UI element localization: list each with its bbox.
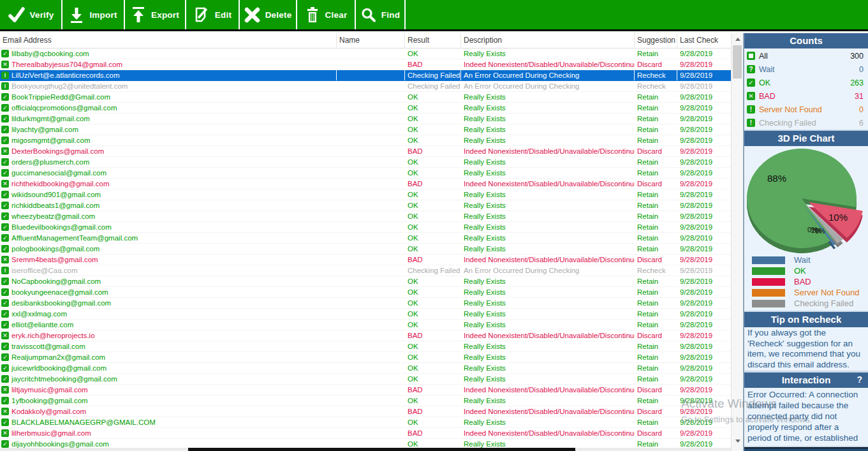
cross-status-icon: ✕ — [1, 408, 9, 415]
edit-button[interactable]: Edit — [186, 0, 240, 29]
horizontal-scrollbar[interactable] — [0, 448, 731, 451]
check-status-icon: ✓ — [1, 223, 9, 231]
toolbar: Verify Import Export Edit Delete Clear F… — [0, 0, 868, 31]
table-row[interactable]: ✓officialqcpromotions@gmail.comOKReally … — [0, 103, 731, 114]
verify-button[interactable]: Verify — [0, 0, 63, 29]
column-header-description[interactable]: Description — [461, 33, 635, 48]
email-address: iseroffice@Caa.com — [11, 265, 78, 276]
table-row[interactable]: ✓jaycritchtmebooking@gmail.comOKReally E… — [0, 374, 731, 385]
table-row[interactable]: ✓juicewrldbooking@gmail.comOKReally Exis… — [0, 363, 731, 374]
cross-status-icon: ✕ — [1, 147, 9, 155]
table-row[interactable]: ✕lilherbmusic@gmail.comBADIndeed Nonexis… — [0, 428, 731, 439]
table-row[interactable]: !Bookyoungthug2@unitedtalent.comChecking… — [0, 81, 731, 92]
table-row[interactable]: ✓BLACKLABELMANAGEGRP@GMAIL.COMOKReally E… — [0, 417, 731, 428]
interaction-title: Interaction — [782, 374, 831, 385]
count-row[interactable]: ✕BAD31 — [744, 89, 868, 103]
lastcheck-cell: 9/28/2019 — [677, 298, 731, 308]
clear-button[interactable]: Clear — [297, 0, 356, 29]
import-button[interactable]: Import — [63, 0, 125, 29]
suggestion-cell: Discard — [635, 406, 677, 417]
find-button[interactable]: Find — [356, 0, 406, 29]
column-header-suggestion[interactable]: Suggestion — [635, 33, 677, 48]
table-row[interactable]: ✕richthekidbooking@gmail.comBADIndeed No… — [0, 179, 731, 189]
table-row[interactable]: ✓lilbaby@qcbooking.comOKReally ExistsRet… — [0, 48, 731, 59]
table-row[interactable]: ✓wheezybeatz@gmail.comOKReally ExistsRet… — [0, 211, 731, 222]
scroll-down-arrow-icon[interactable] — [732, 436, 744, 446]
suggestion-cell: Retain — [635, 211, 677, 221]
count-row[interactable]: !Checking Failed6 — [744, 116, 868, 129]
description-cell: An Error Occurred During Checking — [461, 70, 635, 80]
table-row[interactable]: !LilUziVert@e.atlanticrecords.comCheckin… — [0, 70, 731, 81]
table-row[interactable]: ✓lildurkmgmt@gmail.comOKReally ExistsRet… — [0, 114, 731, 124]
table-row[interactable]: ✓pologbookings@gmail.comOKReally ExistsR… — [0, 244, 731, 255]
table-row[interactable]: ✓migosmgmt@gmail.comOKReally ExistsRetai… — [0, 135, 731, 146]
cross-status-icon: ✕ — [1, 256, 9, 263]
table-row[interactable]: ✓Bluedevilbookings@gmail.comOKReally Exi… — [0, 222, 731, 233]
column-header-result[interactable]: Result — [405, 33, 461, 48]
email-address: lilherbmusic@gmail.com — [11, 428, 91, 438]
table-row[interactable]: ✓xxl@xxlmag.comOKReally ExistsRetain9/28… — [0, 309, 731, 320]
pie-label-bad: 10% — [828, 212, 848, 223]
email-cell: ✓BLACKLABELMANAGEGRP@GMAIL.COM — [0, 417, 337, 427]
scroll-up-arrow-icon[interactable] — [732, 34, 744, 44]
result-cell: BAD — [405, 146, 461, 156]
table-row[interactable]: ✓orders@plusmerch.comOKReally ExistsReta… — [0, 157, 731, 168]
name-cell — [337, 352, 405, 362]
table-row[interactable]: ✕liltjaymusic@gmail.comBADIndeed Nonexis… — [0, 385, 731, 396]
table-row[interactable]: ✕DexterBookings@gmail.comBADIndeed Nonex… — [0, 146, 731, 157]
table-row[interactable]: ✓1yfbooking@gmail.comOKReally ExistsReta… — [0, 396, 731, 406]
result-cell: BAD — [405, 255, 461, 265]
exclaim-count-icon: ! — [747, 105, 755, 114]
help-question-icon[interactable]: ? — [857, 373, 862, 387]
table-row[interactable]: ✓AffluentManagementTeam@gmail.comOKReall… — [0, 233, 731, 244]
email-address: juicewrldbooking@gmail.com — [11, 363, 107, 373]
email-cell: !Bookyoungthug2@unitedtalent.com — [0, 81, 337, 91]
table-row[interactable]: ✓elliot@eliantte.comOKReally ExistsRetai… — [0, 320, 731, 330]
count-row[interactable]: ✓OK263 — [744, 76, 868, 89]
table-row[interactable]: ✓Realjumpman2x@gmail.comOKReally ExistsR… — [0, 352, 731, 363]
vertical-scrollbar[interactable] — [731, 33, 743, 451]
table-row[interactable]: ✓lilyachty@gmail.comOKReally ExistsRetai… — [0, 124, 731, 135]
email-cell: ✓desibanksbooking@gmail.com — [0, 298, 337, 308]
column-header-name[interactable]: Name — [337, 33, 405, 48]
table-row[interactable]: ✓guccimanesocial@gmail.comOKReally Exist… — [0, 168, 731, 179]
email-cell: ✓lilbaby@qcbooking.com — [0, 48, 337, 59]
result-cell: OK — [405, 396, 461, 406]
horizontal-scrollbar-thumb[interactable] — [188, 448, 575, 451]
table-row[interactable]: ✓desibanksbooking@gmail.comOKReally Exis… — [0, 298, 731, 309]
result-cell: OK — [405, 309, 461, 319]
delete-button[interactable]: Delete — [240, 0, 297, 29]
table-row[interactable]: ✓richkiddbeats1@gmail.comOKReally Exists… — [0, 200, 731, 211]
count-row[interactable]: All300 — [744, 49, 868, 63]
legend-label: OK — [794, 266, 806, 276]
result-cell: OK — [405, 200, 461, 211]
email-address: DexterBookings@gmail.com — [11, 146, 104, 156]
email-address: 1yfbooking@gmail.com — [11, 396, 88, 406]
suggestion-cell: Discard — [635, 428, 677, 438]
name-cell — [337, 59, 405, 70]
table-row[interactable]: ✓NoCapbooking@gmail.comOKReally ExistsRe… — [0, 276, 731, 287]
table-row[interactable]: ✕Sremm4beats@gmail.comBADIndeed Nonexist… — [0, 255, 731, 265]
table-row[interactable]: ✕Therealbabyjesus704@gmail.comBADIndeed … — [0, 59, 731, 70]
name-cell — [337, 189, 405, 200]
table-row[interactable]: ✕eryk.rich@heroprojects.ioBADIndeed None… — [0, 330, 731, 341]
count-row[interactable]: ?Wait0 — [744, 63, 868, 76]
lastcheck-cell: 9/28/2019 — [677, 352, 731, 362]
table-row[interactable]: ✓wikidsound901@gmail.comOKReally ExistsR… — [0, 189, 731, 200]
column-header-lastcheck[interactable]: Last Check — [677, 33, 731, 48]
table-row[interactable]: ✓BookTrippieRedd@Gmail.comOKReally Exist… — [0, 92, 731, 103]
count-row[interactable]: !Server Not Found0 — [744, 103, 868, 116]
table-row[interactable]: ✕Kodakkoly@gmail.comBADIndeed Nonexisten… — [0, 406, 731, 417]
table-row[interactable]: ✓bookyungeenace@gmail.comOKReally Exists… — [0, 287, 731, 298]
suggestion-cell: Retain — [635, 298, 677, 308]
stats-sidebar: Counts All300?Wait0✓OK263✕BAD31!Server N… — [743, 33, 868, 451]
vertical-scrollbar-thumb[interactable] — [733, 45, 742, 78]
column-header-email[interactable]: Email Address — [0, 33, 337, 48]
export-button[interactable]: Export — [125, 0, 186, 29]
count-value: 0 — [859, 105, 864, 114]
counts-title: Counts — [790, 35, 823, 46]
result-cell: OK — [405, 103, 461, 113]
table-row[interactable]: !iseroffice@Caa.comChecking FailedAn Err… — [0, 265, 731, 276]
table-row[interactable]: ✓travisscott@gmail.comOKReally ExistsRet… — [0, 341, 731, 352]
table-row[interactable]: ✓dijayohhbookings@gmail.comOKReally Exis… — [0, 439, 731, 448]
